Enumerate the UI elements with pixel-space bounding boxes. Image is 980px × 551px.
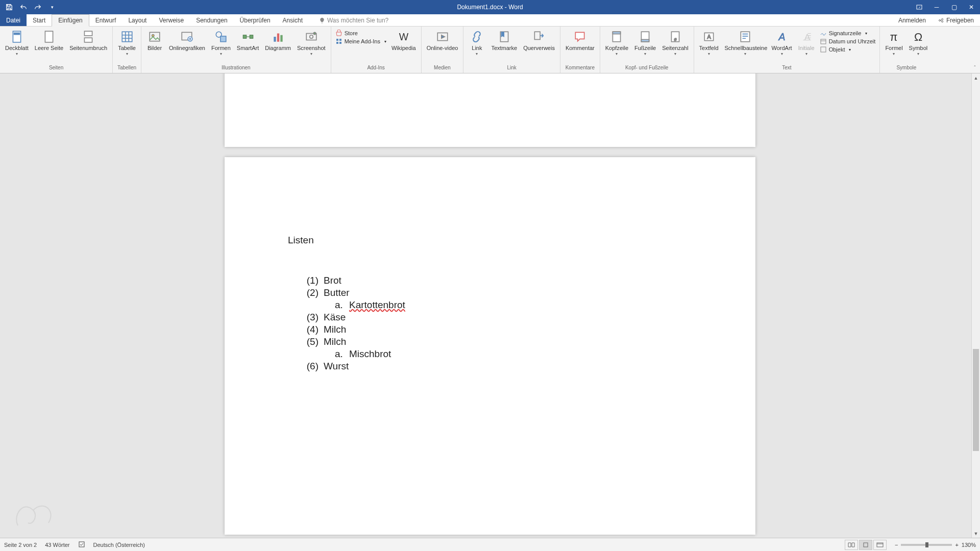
tab-entwurf[interactable]: Entwurf (89, 14, 122, 26)
svg-text:W: W (399, 31, 409, 42)
qat-customize[interactable]: ▾ (46, 1, 58, 13)
status-words[interactable]: 43 Wörter (45, 542, 69, 548)
view-read[interactable] (845, 540, 858, 550)
doc-list: (1)Brot(2)Buttera.Kartottenbrot(3)Käse(4… (303, 274, 692, 372)
link-button[interactable]: Link▾ (465, 29, 488, 57)
view-web[interactable] (873, 540, 887, 550)
share-icon (938, 17, 944, 23)
tab-layout[interactable]: Layout (122, 14, 153, 26)
list-item: (6)Wurst (303, 360, 692, 372)
svg-rect-3 (45, 31, 53, 42)
group-illustrationen: Bilder Onlinegrafiken Formen▾ SmartArt D… (141, 27, 331, 73)
initiale-button[interactable]: AInitiale▾ (795, 29, 818, 57)
page-1[interactable] (225, 73, 755, 147)
collapse-ribbon[interactable]: ˆ (970, 27, 980, 73)
seitenumbruch-button[interactable]: Seitenumbruch (66, 29, 110, 52)
zoom-out[interactable]: − (895, 542, 898, 548)
svg-rect-17 (280, 35, 282, 42)
svg-rect-41 (821, 47, 826, 52)
tab-ueberpruefen[interactable]: Überprüfen (234, 14, 277, 26)
schnellbausteine-button[interactable]: Schnellbausteine▾ (722, 29, 769, 57)
tell-me[interactable]: Was möchten Sie tun? (319, 14, 388, 26)
page-2[interactable]: Listen (1)Brot(2)Buttera.Kartottenbrot(3… (225, 157, 755, 535)
redo-button[interactable] (32, 1, 44, 13)
smartart-button[interactable]: SmartArt (234, 29, 262, 52)
window-controls: ─ ▢ ✕ (911, 0, 980, 14)
svg-text:π: π (890, 31, 898, 43)
fusszeile-button[interactable]: Fußzeile▾ (631, 29, 659, 57)
svg-point-20 (313, 32, 315, 34)
querverweis-button[interactable]: Querverweis (520, 29, 558, 52)
doc-heading: Listen (288, 235, 692, 246)
svg-rect-2 (14, 33, 20, 34)
diagramm-button[interactable]: Diagramm (262, 29, 294, 52)
watermark-logo (5, 495, 61, 536)
vertical-scrollbar[interactable]: ▲ ▼ (971, 73, 980, 538)
document-area[interactable]: Listen (1)Brot(2)Buttera.Kartottenbrot(3… (0, 73, 980, 538)
status-language[interactable]: Deutsch (Österreich) (93, 542, 145, 548)
zoom-in[interactable]: + (955, 542, 958, 548)
status-page[interactable]: Seite 2 von 2 (4, 542, 37, 548)
formen-button[interactable]: Formen▾ (208, 29, 234, 57)
wordart-button[interactable]: AWordArt▾ (769, 29, 795, 57)
leere-seite-button[interactable]: Leere Seite (32, 29, 66, 52)
wikipedia-button[interactable]: WWikipedia (388, 29, 419, 52)
save-button[interactable] (3, 1, 15, 13)
kopfzeile-button[interactable]: Kopfzeile▾ (602, 29, 631, 57)
window-title: Dokument1.docx - Word (457, 4, 523, 11)
tabelle-button[interactable]: Tabelle▾ (115, 29, 139, 57)
list-subitem: a.Mischbrot (335, 348, 692, 360)
symbol-button[interactable]: ΩSymbol▾ (906, 29, 931, 57)
textmarke-button[interactable]: Textmarke (488, 29, 520, 52)
titlebar: ▾ Dokument1.docx - Word ─ ▢ ✕ (0, 0, 980, 14)
svg-rect-7 (150, 32, 160, 41)
svg-rect-46 (877, 543, 883, 547)
scroll-thumb[interactable] (973, 349, 979, 451)
status-spellcheck-icon[interactable] (78, 541, 85, 549)
tab-sendungen[interactable]: Sendungen (190, 14, 233, 26)
zoom-slider[interactable] (901, 544, 952, 546)
list-item: (1)Brot (303, 274, 692, 287)
tab-ansicht[interactable]: Ansicht (277, 14, 309, 26)
zoom-level[interactable]: 130% (962, 542, 976, 548)
tab-verweise[interactable]: Verweise (153, 14, 190, 26)
share-button[interactable]: Freigeben (932, 14, 980, 26)
minimize-button[interactable]: ─ (928, 0, 945, 14)
datum-uhrzeit-button[interactable]: Datum und Uhrzeit (820, 38, 876, 45)
bilder-button[interactable]: Bilder (143, 29, 166, 52)
screenshot-button[interactable]: Screenshot▾ (294, 29, 329, 57)
svg-text:A: A (778, 31, 785, 42)
deckblatt-button[interactable]: Deckblatt▾ (2, 29, 32, 57)
kommentar-button[interactable]: Kommentar (562, 29, 598, 52)
seitenzahl-button[interactable]: #Seitenzahl▾ (659, 29, 691, 57)
tab-datei[interactable]: Datei (0, 14, 27, 26)
account-signin[interactable]: Anmelden (892, 14, 932, 26)
signaturzeile-button[interactable]: Signaturzeile▾ (820, 30, 876, 37)
onlinevideo-button[interactable]: Online-video (424, 29, 461, 52)
scroll-up[interactable]: ▲ (972, 73, 980, 82)
formel-button[interactable]: πFormel▾ (882, 29, 905, 57)
store-button[interactable]: Store (335, 30, 386, 37)
objekt-button[interactable]: Objekt▾ (820, 46, 876, 53)
scroll-down[interactable]: ▼ (972, 529, 980, 538)
group-link: Link▾ Textmarke Querverweis Link (463, 27, 560, 73)
undo-button[interactable] (17, 1, 30, 13)
svg-rect-30 (613, 32, 621, 34)
list-item: (3)Käse (303, 311, 692, 323)
tab-start[interactable]: Start (27, 14, 52, 26)
view-print[interactable] (859, 540, 872, 550)
ribbon-display-options[interactable] (911, 0, 928, 14)
meine-addins-button[interactable]: Meine Add-Ins▾ (335, 38, 386, 45)
onlinegrafiken-button[interactable]: Onlinegrafiken (166, 29, 208, 52)
group-text: ATextfeld▾ Schnellbausteine▾ AWordArt▾ A… (694, 27, 880, 73)
lightbulb-icon (319, 17, 325, 23)
tab-einfuegen[interactable]: Einfügen (52, 14, 89, 27)
svg-rect-21 (336, 39, 338, 41)
close-button[interactable]: ✕ (963, 0, 980, 14)
maximize-button[interactable]: ▢ (945, 0, 963, 14)
group-seiten: Deckblatt▾ Leere Seite Seitenumbruch Sei… (0, 27, 113, 73)
group-symbole: πFormel▾ ΩSymbol▾ Symbole (880, 27, 933, 73)
textfeld-button[interactable]: ATextfeld▾ (696, 29, 722, 57)
group-addins: Store Meine Add-Ins▾ WWikipedia Add-Ins (331, 27, 422, 73)
svg-rect-37 (741, 32, 749, 42)
